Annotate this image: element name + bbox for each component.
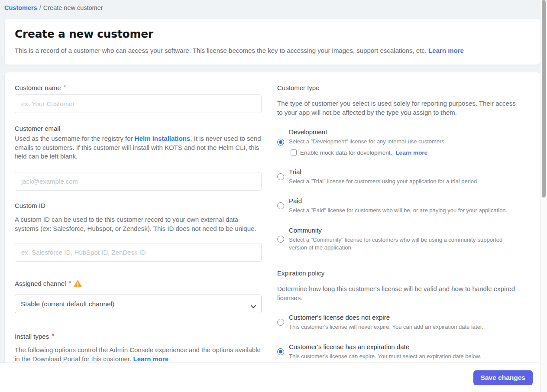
install-types-description: The following options control the Admin … [15, 346, 262, 363]
option-description: Select a "Paid" license for customers wh… [289, 207, 518, 214]
header-learn-more-link[interactable]: Learn more [428, 47, 464, 54]
option-description: This customer's license will never expir… [289, 323, 518, 331]
expiration-option-no-expire: Customer's license does not expire This … [277, 314, 518, 331]
page-description: This is a record of a customer who can a… [15, 46, 530, 55]
option-title: Customer's license has an expiration dat… [289, 343, 518, 350]
install-types-label: Install types [15, 333, 49, 340]
customer-email-description: Used as the username for the registry fo… [15, 134, 262, 161]
customer-type-heading: Customer type [277, 84, 320, 91]
option-title: Paid [289, 197, 518, 204]
custom-id-input[interactable] [15, 243, 262, 262]
customer-type-option-paid: Paid Select a "Paid" license for custome… [277, 197, 518, 214]
form-right-column: Customer type The type of customer you s… [277, 84, 518, 360]
customer-email-label: Customer email [15, 125, 60, 132]
customer-form-card: Customer name* Customer email Used as th… [4, 72, 541, 382]
breadcrumb: Customers/Create new customer [4, 4, 543, 11]
radio-trial[interactable] [277, 173, 284, 180]
assigned-channel-label: Assigned channel [15, 280, 66, 287]
mock-data-row: Enable mock data for development. Learn … [291, 149, 518, 156]
page-title: Create a new customer [15, 28, 530, 40]
breadcrumb-customers-link[interactable]: Customers [4, 4, 37, 11]
page-header-card: Create a new customer This is a record o… [4, 19, 541, 65]
required-asterisk: * [68, 279, 71, 286]
required-asterisk: * [64, 83, 66, 91]
option-title: Trial [289, 168, 518, 175]
customer-name-field: Customer name* [15, 84, 262, 113]
mock-data-learn-more-link[interactable]: Learn more [395, 149, 427, 156]
form-left-column: Customer name* Customer email Used as th… [15, 84, 262, 364]
customer-email-input[interactable] [15, 172, 262, 191]
scrollbar-thumb[interactable] [542, 0, 546, 198]
option-description: This customer's license can expire. You … [289, 353, 518, 360]
radio-paid[interactable] [277, 202, 284, 209]
breadcrumb-separator: / [39, 4, 41, 11]
customer-type-option-trial: Trial Select a "Trial" license for custo… [277, 168, 518, 185]
save-changes-button[interactable]: Save changes [473, 370, 533, 385]
expiration-option-has-expiration: Customer's license has an expiration dat… [277, 343, 518, 360]
customer-type-description: The type of customer you select is used … [277, 99, 518, 117]
form-footer-bar: Save changes [0, 363, 540, 392]
option-description: Select a "Development" license for any i… [289, 138, 518, 146]
option-title: Development [289, 128, 518, 136]
customer-email-field: Customer email Used as the username for … [15, 125, 262, 191]
scrollbar-track[interactable] [540, 0, 547, 392]
install-types-field: Install types* The following options con… [15, 333, 262, 363]
helm-installations-link[interactable]: Helm Installations [135, 135, 190, 142]
customer-type-option-development: Development Select a "Development" licen… [277, 128, 518, 156]
assigned-channel-select[interactable]: Stable (current default channel) [15, 295, 262, 313]
custom-id-description: A custom ID can be used to tie this cust… [15, 215, 262, 233]
customer-type-option-community: Community Select a "Community" license f… [277, 227, 518, 251]
option-title: Community [289, 227, 518, 234]
radio-community[interactable] [277, 236, 284, 243]
customer-name-label: Customer name [15, 84, 61, 91]
expiration-policy-description: Determine how long this customer's licen… [277, 285, 518, 302]
warning-icon [74, 280, 82, 287]
expiration-policy-heading: Expiration policy [277, 269, 324, 277]
radio-license-has-expiration[interactable] [277, 348, 284, 355]
expiration-policy-section: Expiration policy Determine how long thi… [277, 269, 518, 360]
customer-type-section: Customer type The type of customer you s… [277, 84, 518, 251]
custom-id-field: Custom ID A custom ID can be used to tie… [15, 202, 262, 262]
radio-development[interactable] [277, 139, 284, 146]
custom-id-label: Custom ID [15, 202, 45, 209]
mock-data-checkbox[interactable] [291, 149, 297, 156]
option-title: Customer's license does not expire [289, 314, 518, 321]
option-description: Select a "Community" license for custome… [289, 236, 518, 251]
radio-license-does-not-expire[interactable] [277, 319, 284, 326]
option-description: Select a "Trial" license for customers u… [289, 178, 518, 185]
breadcrumb-current: Create new customer [43, 4, 103, 11]
mock-data-label: Enable mock data for development. [300, 149, 392, 156]
install-types-learn-more-link[interactable]: Learn more [133, 355, 168, 363]
required-asterisk: * [52, 332, 54, 339]
customer-name-input[interactable] [15, 94, 262, 113]
assigned-channel-field: Assigned channel* Stable (current defaul… [15, 280, 262, 313]
